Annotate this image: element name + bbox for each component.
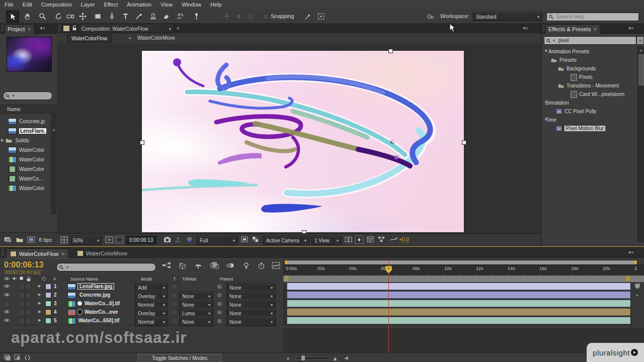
project-bit-depth[interactable]: 8 bpc <box>39 237 52 243</box>
expander-icon[interactable]: ▼ <box>543 101 548 104</box>
auto-keyframe-icon[interactable] <box>258 262 265 269</box>
playhead-marker[interactable] <box>385 265 392 274</box>
brush-tool-icon[interactable] <box>133 11 145 22</box>
text-tool-icon[interactable] <box>119 11 131 22</box>
panel-menu-icon[interactable]: ▼≡ <box>628 26 633 31</box>
panel-grip-icon[interactable] <box>2 249 4 256</box>
zoom-out-mountain-icon[interactable]: ▴ <box>287 355 289 360</box>
comp-marker-bin-icon[interactable] <box>634 283 641 290</box>
layer-row-3[interactable]: ▶ 3 WaterCo...0].tif Normal▼ None▼ ◎ Non… <box>0 299 283 308</box>
menu-edit[interactable]: Edit <box>18 2 37 8</box>
work-area-bar[interactable] <box>283 276 644 283</box>
menu-layer[interactable]: Layer <box>76 2 100 8</box>
timeline-search-field[interactable]: ▼ <box>56 263 156 272</box>
pickwhip-icon[interactable]: ◎ <box>217 284 222 289</box>
time-ruler[interactable] <box>283 264 644 277</box>
search-options-icon[interactable]: ▼ <box>66 266 69 269</box>
panel-menu-icon[interactable]: ▼≡ <box>628 250 633 255</box>
composition-miniflow-icon[interactable] <box>162 262 171 269</box>
snapshot-camera-icon[interactable] <box>164 236 171 243</box>
work-area-start-handle[interactable] <box>285 276 289 281</box>
expander-icon[interactable]: ▶ <box>38 293 41 297</box>
puppet-pin-tool-icon[interactable] <box>190 11 202 22</box>
panel-menu-icon[interactable]: ▼≡ <box>39 26 45 31</box>
effects-scrollbar[interactable]: ▲ <box>637 46 644 242</box>
expander-icon[interactable]: ▼ <box>543 118 548 121</box>
solo-switch[interactable] <box>18 309 25 316</box>
t-switch[interactable] <box>171 301 178 307</box>
panel-grip-icon[interactable] <box>58 25 61 32</box>
expander-icon[interactable]: ▼ <box>543 49 548 53</box>
parent-column-header[interactable]: Parent <box>220 277 233 282</box>
layer-name[interactable]: WaterCo...0].tif <box>85 301 120 306</box>
toggle-switches-modes-button[interactable]: Toggle Switches / Modes <box>138 354 221 362</box>
eye-icon[interactable] <box>4 292 10 297</box>
show-snapshot-icon[interactable] <box>175 236 181 243</box>
roto-brush-tool-icon[interactable] <box>174 11 186 22</box>
panel-grip-icon[interactable] <box>1 25 4 32</box>
panel-menu-icon[interactable]: ▼≡ <box>522 26 528 31</box>
fx-folder[interactable]: ▼Presets <box>541 56 644 64</box>
close-icon[interactable]: × <box>28 27 31 32</box>
t-switch[interactable] <box>171 292 178 299</box>
search-options-icon[interactable]: ▼ <box>12 94 15 98</box>
mode-column-header[interactable]: Mode <box>141 277 152 282</box>
layer-row-2[interactable]: ▶ 2 Concrete.jpg Overlay▼ None▼ ◎ None▼ <box>0 291 283 300</box>
view-layout-dropdown[interactable]: 1 View ▼ <box>311 236 342 245</box>
zoom-in-mountain-icon[interactable]: ▲ <box>332 355 338 362</box>
selection-handle[interactable] <box>462 140 466 145</box>
breadcrumb-parent[interactable]: WaterColorMove <box>137 35 175 41</box>
fx-effect-selected[interactable]: 32Pixel Motion Blur <box>541 124 644 133</box>
label-color-swatch[interactable] <box>45 292 51 298</box>
interpret-footage-icon[interactable] <box>4 236 12 243</box>
clone-stamp-tool-icon[interactable] <box>147 11 159 22</box>
expander-icon[interactable]: ▶ <box>38 301 41 305</box>
reset-exposure-icon[interactable] <box>390 236 397 242</box>
work-area-end-handle[interactable] <box>626 276 630 281</box>
search-options-icon[interactable]: ▼ <box>552 39 555 42</box>
blend-mode-dropdown[interactable]: Normal▼ <box>135 317 168 326</box>
close-icon[interactable]: × <box>177 26 180 31</box>
comp-flowchart-icon[interactable] <box>378 236 385 242</box>
pickwhip-icon[interactable]: ◎ <box>217 292 222 298</box>
scroll-up-icon[interactable]: ▲ <box>634 293 639 297</box>
camera-view-dropdown[interactable]: Active Camera ▼ <box>263 236 309 245</box>
layer-name[interactable]: LensFlare.jpg <box>78 284 114 289</box>
expander-icon[interactable]: ▶ <box>38 284 41 288</box>
eraser-tool-icon[interactable] <box>160 11 172 22</box>
close-icon[interactable]: × <box>594 27 597 32</box>
scroll-left-icon[interactable]: ◀ <box>344 355 348 360</box>
t-column-header[interactable]: T <box>173 277 176 282</box>
timeline-zoom-knob[interactable] <box>301 355 305 361</box>
project-scrollbar[interactable]: ▲ <box>51 114 56 214</box>
fx-effect[interactable]: 16CC Pixel Polly <box>541 107 644 116</box>
camera-tool-icon[interactable] <box>64 11 76 22</box>
label-color-swatch[interactable] <box>45 284 51 290</box>
menu-view[interactable]: View <box>156 2 177 8</box>
layer-row-1[interactable]: ▶ 1 LensFlare.jpg Add▼ ◎ None▼ <box>0 282 283 291</box>
layer-duration-bar[interactable] <box>287 300 631 307</box>
expander-icon[interactable]: ▶ <box>1 138 4 142</box>
lock-switch[interactable] <box>25 301 32 307</box>
eye-icon[interactable] <box>4 309 10 314</box>
menu-composition[interactable]: Composition <box>37 2 76 8</box>
composition-selector-dropdown[interactable]: Composition: WaterColorFlow ▼ <box>78 24 174 33</box>
solo-switch[interactable] <box>18 284 25 290</box>
project-tab[interactable]: Project × <box>4 24 34 34</box>
lock-switch[interactable] <box>25 309 32 316</box>
project-search-field[interactable]: ▼ <box>3 92 52 100</box>
help-search-input[interactable] <box>555 14 638 20</box>
expander-icon[interactable]: ▼ <box>557 83 562 87</box>
project-item-solids[interactable]: ▶Solids <box>1 136 51 145</box>
selection-handle[interactable] <box>388 49 393 53</box>
shy-layers-icon[interactable] <box>194 262 202 269</box>
fast-previews-icon[interactable] <box>356 236 363 243</box>
lock-switch[interactable] <box>25 292 32 299</box>
eye-icon[interactable] <box>4 318 10 323</box>
layer-name[interactable]: Concrete.jpg <box>79 292 110 298</box>
effects-presets-tab[interactable]: Effects & Presets × <box>545 24 600 34</box>
pixel-aspect-icon[interactable] <box>345 236 352 243</box>
effects-search-input[interactable] <box>557 37 636 44</box>
timeline-tab-watercolormove[interactable]: WaterColorMove <box>73 248 131 258</box>
lock-switch[interactable] <box>25 284 32 290</box>
